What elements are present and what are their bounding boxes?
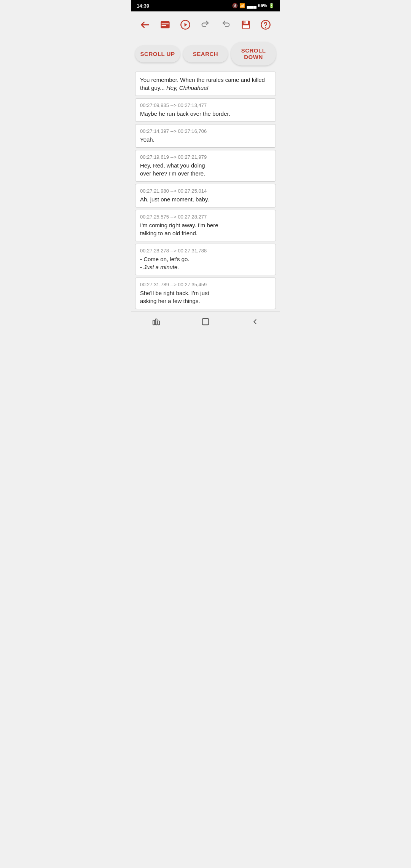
help-button[interactable] <box>258 17 273 32</box>
status-time: 14:39 <box>137 3 149 9</box>
save-button[interactable] <box>238 17 253 32</box>
scroll-up-button[interactable]: SCROLL UP <box>135 45 180 62</box>
subtitle-card: 00:27:21,980 --> 00:27:25,014 Ah, just o… <box>135 184 276 207</box>
subtitle-time: 00:27:14,397 --> 00:27:16,706 <box>140 128 271 134</box>
subtitle-card: 00:27:09,935 --> 00:27:13,477 Maybe he r… <box>135 98 276 122</box>
subtitle-card: 00:27:25,575 --> 00:27:28,277 I'm coming… <box>135 210 276 241</box>
svg-rect-13 <box>202 318 209 325</box>
back-nav-button[interactable] <box>245 314 264 329</box>
battery-label: 66% <box>258 3 267 8</box>
scroll-down-button[interactable]: SCROLL DOWN <box>231 42 276 65</box>
subtitle-text: Ah, just one moment, baby. <box>140 195 271 203</box>
svg-rect-10 <box>153 320 155 325</box>
battery-icon: 🔋 <box>269 3 274 8</box>
svg-rect-12 <box>158 321 160 325</box>
subtitle-time: 00:27:19,619 --> 00:27:21,979 <box>140 154 271 160</box>
mute-icon: 🔇 <box>232 3 238 8</box>
wifi-icon: 📶 <box>239 3 245 8</box>
subtitle-card: 00:27:28,278 --> 00:27:31,788 - Come on,… <box>135 244 276 275</box>
svg-rect-0 <box>161 21 170 29</box>
svg-rect-7 <box>244 21 245 24</box>
subtitle-text: I'm coming right away. I'm heretalking t… <box>140 221 271 237</box>
subtitles-button[interactable] <box>158 17 173 32</box>
signal-icon: ▄▄▄ <box>247 3 256 8</box>
svg-rect-2 <box>162 25 166 26</box>
bottom-nav <box>131 311 280 331</box>
subtitle-time: 00:27:09,935 --> 00:27:13,477 <box>140 102 271 108</box>
subtitle-text: - Come on, let's go.- Just a minute. <box>140 255 271 271</box>
subtitle-card: 00:27:19,619 --> 00:27:21,979 Hey, Red, … <box>135 150 276 182</box>
subtitle-text: Maybe he run back over the border. <box>140 110 271 118</box>
play-button[interactable] <box>178 17 193 32</box>
action-buttons-row: SCROLL UP SEARCH SCROLL DOWN <box>131 38 280 71</box>
subtitle-text: You remember. When the rurales came and … <box>140 76 271 92</box>
subtitle-time: 00:27:21,980 --> 00:27:25,014 <box>140 188 271 194</box>
svg-point-9 <box>265 27 266 28</box>
svg-rect-1 <box>162 24 169 24</box>
subtitle-time: 00:27:28,278 --> 00:27:31,788 <box>140 248 271 254</box>
subtitle-card: 00:27:14,397 --> 00:27:16,706 Yeah. <box>135 124 276 148</box>
svg-rect-6 <box>242 25 249 28</box>
subtitle-time: 00:27:31,789 --> 00:27:35,459 <box>140 282 271 287</box>
subtitle-time: 00:27:25,575 --> 00:27:28,277 <box>140 214 271 220</box>
subtitle-list: You remember. When the rurales came and … <box>131 71 280 311</box>
recent-apps-button[interactable] <box>147 314 166 329</box>
status-icons: 🔇 📶 ▄▄▄ 66% 🔋 <box>232 3 274 8</box>
svg-rect-5 <box>244 21 248 24</box>
search-button[interactable]: SEARCH <box>183 45 228 62</box>
home-button[interactable] <box>196 314 215 329</box>
subtitle-text: Yeah. <box>140 136 271 144</box>
status-bar: 14:39 🔇 📶 ▄▄▄ 66% 🔋 <box>131 0 280 11</box>
back-button[interactable] <box>137 17 153 32</box>
toolbar <box>131 11 280 38</box>
subtitle-card: You remember. When the rurales came and … <box>135 72 276 96</box>
subtitle-text: She'll be right back. I'm justasking her… <box>140 289 271 305</box>
redo-button[interactable] <box>198 17 213 32</box>
subtitle-text: Hey, Red, what you doingover here? I'm o… <box>140 161 271 177</box>
subtitle-card: 00:27:31,789 --> 00:27:35,459 She'll be … <box>135 278 276 309</box>
undo-button[interactable] <box>218 17 233 32</box>
svg-rect-11 <box>155 319 157 325</box>
